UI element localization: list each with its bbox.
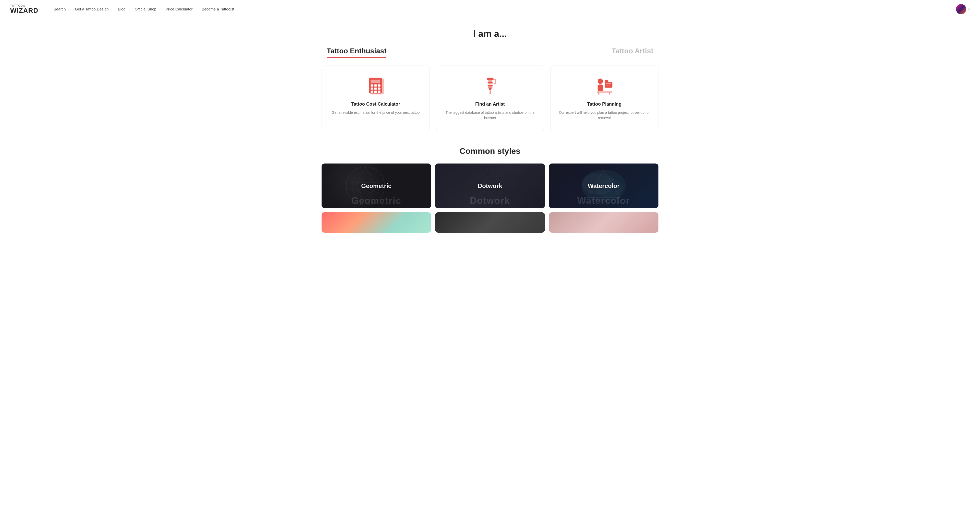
- common-styles-title: Common styles: [321, 146, 659, 156]
- navbar: TATTOOS WIZARD Search Get a Tattoo Desig…: [0, 0, 980, 18]
- nav-links: Search Get a Tattoo Design Blog Official…: [54, 7, 956, 11]
- svg-rect-12: [487, 78, 493, 80]
- svg-rect-4: [374, 84, 377, 86]
- svg-rect-16: [488, 85, 493, 86]
- tabs-container: Tattoo Enthusiast Tattoo Artist: [321, 47, 659, 58]
- svg-rect-21: [494, 83, 496, 84]
- svg-rect-14: [488, 82, 493, 83]
- svg-rect-13: [488, 80, 492, 82]
- svg-rect-9: [371, 90, 373, 93]
- avatar: [956, 4, 966, 14]
- style-card-geometric[interactable]: Geometric Geometric: [321, 163, 431, 208]
- chevron-down-icon: ▾: [968, 7, 970, 11]
- hero-title: I am a...: [321, 29, 659, 39]
- card-planning-title: Tattoo Planning: [558, 102, 651, 107]
- card-planning[interactable]: Tattoo Planning Our expert will help you…: [550, 65, 659, 131]
- svg-rect-23: [598, 84, 603, 91]
- svg-rect-3: [371, 84, 373, 86]
- style-card-4[interactable]: [321, 212, 431, 233]
- svg-rect-10: [374, 90, 377, 93]
- svg-rect-15: [488, 83, 493, 84]
- svg-rect-29: [598, 92, 600, 95]
- nav-link-search[interactable]: Search: [54, 7, 66, 11]
- styles-grid: Geometric Geometric Dotwork Dotwork: [321, 163, 659, 208]
- svg-rect-7: [374, 87, 377, 89]
- tattoo-machine-icon: [444, 76, 536, 97]
- logo[interactable]: TATTOOS WIZARD: [10, 5, 38, 14]
- svg-rect-18: [490, 90, 491, 94]
- style-card-6[interactable]: [549, 212, 659, 233]
- svg-rect-30: [609, 92, 610, 95]
- svg-point-22: [598, 79, 603, 84]
- nav-link-price-calculator[interactable]: Price Calculator: [165, 7, 192, 11]
- svg-rect-8: [378, 87, 380, 89]
- planning-icon: [558, 76, 651, 97]
- svg-rect-11: [378, 90, 380, 93]
- card-find-artist-desc: The biggest database of tattoo artists a…: [444, 110, 536, 121]
- svg-rect-17: [488, 86, 493, 87]
- svg-rect-26: [606, 83, 611, 84]
- logo-bottom: WIZARD: [10, 7, 38, 14]
- card-calculator-title: Tattoo Cost Calculator: [329, 102, 422, 107]
- style-card-5[interactable]: [435, 212, 545, 233]
- cards-container: Tattoo Cost Calculator Get a reliable es…: [321, 65, 659, 131]
- user-menu[interactable]: ▾: [956, 4, 970, 14]
- svg-rect-5: [378, 84, 380, 86]
- svg-rect-27: [606, 85, 610, 86]
- style-card-watercolor[interactable]: Watercolor Watercolor: [549, 163, 659, 208]
- card-planning-desc: Our expert will help you plan a tattoo p…: [558, 110, 651, 121]
- nav-link-get-tattoo[interactable]: Get a Tattoo Design: [75, 7, 109, 11]
- nav-link-blog[interactable]: Blog: [118, 7, 126, 11]
- svg-rect-25: [605, 80, 608, 83]
- svg-rect-6: [371, 87, 373, 89]
- card-calculator[interactable]: Tattoo Cost Calculator Get a reliable es…: [321, 65, 430, 131]
- style-card-dotwork[interactable]: Dotwork Dotwork: [435, 163, 545, 208]
- calculator-icon: [329, 76, 422, 97]
- i-am-a-section: I am a... Tattoo Enthusiast Tattoo Artis…: [321, 29, 659, 131]
- style-label-dotwork: Dotwork: [478, 183, 502, 189]
- card-find-artist[interactable]: Find an Artist The biggest database of t…: [436, 65, 544, 131]
- card-find-artist-title: Find an Artist: [444, 102, 536, 107]
- nav-link-official-shop[interactable]: Official Shop: [135, 7, 156, 11]
- tab-enthusiast[interactable]: Tattoo Enthusiast: [327, 47, 387, 58]
- tab-artist[interactable]: Tattoo Artist: [612, 47, 653, 58]
- styles-grid-bottom: [321, 212, 659, 233]
- common-styles-section: Common styles Geometric Geometric: [321, 146, 659, 233]
- nav-link-become-tattooist[interactable]: Become a Tattooist: [202, 7, 234, 11]
- card-calculator-desc: Get a reliable estimation for the price …: [329, 110, 422, 115]
- main-content: I am a... Tattoo Enthusiast Tattoo Artis…: [311, 18, 669, 233]
- style-label-watercolor: Watercolor: [588, 183, 619, 189]
- style-label-geometric: Geometric: [361, 183, 391, 189]
- svg-rect-2: [371, 79, 380, 83]
